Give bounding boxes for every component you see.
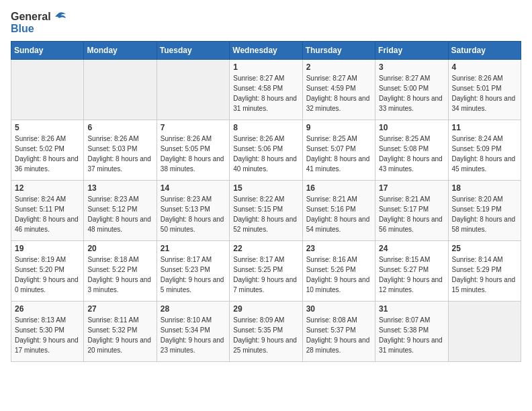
day-number: 16 <box>306 183 371 193</box>
day-info: Sunrise: 8:08 AMSunset: 5:37 PMDaylight:… <box>306 315 371 355</box>
day-info: Sunrise: 8:16 AMSunset: 5:26 PMDaylight:… <box>306 255 371 295</box>
calendar-cell: 25 Sunrise: 8:14 AMSunset: 5:29 PMDaylig… <box>448 241 521 302</box>
day-info: Sunrise: 8:24 AMSunset: 5:11 PMDaylight:… <box>15 194 80 234</box>
calendar-week-5: 26 Sunrise: 8:13 AMSunset: 5:30 PMDaylig… <box>11 302 521 362</box>
day-number: 22 <box>233 244 298 253</box>
calendar-cell: 31 Sunrise: 8:07 AMSunset: 5:38 PMDaylig… <box>375 302 448 362</box>
day-info: Sunrise: 8:07 AMSunset: 5:38 PMDaylight:… <box>379 315 444 355</box>
day-number: 4 <box>452 62 517 72</box>
day-info: Sunrise: 8:17 AMSunset: 5:23 PMDaylight:… <box>161 255 226 295</box>
day-number: 31 <box>379 304 444 314</box>
calendar-cell: 28 Sunrise: 8:10 AMSunset: 5:34 PMDaylig… <box>157 302 229 362</box>
calendar-cell <box>84 60 157 120</box>
day-info: Sunrise: 8:27 AMSunset: 4:59 PMDaylight:… <box>306 73 371 113</box>
calendar-cell: 11 Sunrise: 8:24 AMSunset: 5:09 PMDaylig… <box>448 120 521 181</box>
weekday-header-saturday: Saturday <box>448 42 521 60</box>
calendar-cell: 24 Sunrise: 8:15 AMSunset: 5:27 PMDaylig… <box>375 241 448 302</box>
day-info: Sunrise: 8:27 AMSunset: 5:00 PMDaylight:… <box>379 73 444 113</box>
calendar-cell: 21 Sunrise: 8:17 AMSunset: 5:23 PMDaylig… <box>157 241 229 302</box>
day-info: Sunrise: 8:23 AMSunset: 5:12 PMDaylight:… <box>87 194 152 234</box>
calendar-week-3: 12 Sunrise: 8:24 AMSunset: 5:11 PMDaylig… <box>11 181 521 241</box>
calendar-cell: 10 Sunrise: 8:25 AMSunset: 5:08 PMDaylig… <box>375 120 448 181</box>
calendar-cell: 19 Sunrise: 8:19 AMSunset: 5:20 PMDaylig… <box>11 241 84 302</box>
calendar-cell: 8 Sunrise: 8:26 AMSunset: 5:06 PMDayligh… <box>230 120 302 181</box>
day-number: 14 <box>161 183 226 193</box>
day-info: Sunrise: 8:22 AMSunset: 5:15 PMDaylight:… <box>233 194 298 234</box>
calendar-week-4: 19 Sunrise: 8:19 AMSunset: 5:20 PMDaylig… <box>11 241 521 302</box>
weekday-header-wednesday: Wednesday <box>230 42 302 60</box>
calendar-cell <box>11 60 84 120</box>
logo-general-text: General <box>11 11 51 23</box>
day-number: 15 <box>233 183 298 193</box>
calendar-cell: 14 Sunrise: 8:23 AMSunset: 5:13 PMDaylig… <box>157 181 229 241</box>
day-number: 30 <box>306 304 371 314</box>
calendar-cell: 1 Sunrise: 8:27 AMSunset: 4:58 PMDayligh… <box>230 60 302 120</box>
day-number: 20 <box>87 244 152 253</box>
day-number: 21 <box>161 244 226 253</box>
day-number: 7 <box>161 123 226 132</box>
day-number: 25 <box>452 244 517 253</box>
calendar-cell: 23 Sunrise: 8:16 AMSunset: 5:26 PMDaylig… <box>302 241 375 302</box>
day-info: Sunrise: 8:19 AMSunset: 5:20 PMDaylight:… <box>15 255 80 295</box>
calendar-cell: 3 Sunrise: 8:27 AMSunset: 5:00 PMDayligh… <box>375 60 448 120</box>
day-number: 13 <box>87 183 152 193</box>
weekday-header-row: SundayMondayTuesdayWednesdayThursdayFrid… <box>11 42 521 60</box>
day-number: 11 <box>452 123 517 132</box>
calendar-week-1: 1 Sunrise: 8:27 AMSunset: 4:58 PMDayligh… <box>11 60 521 120</box>
day-info: Sunrise: 8:25 AMSunset: 5:07 PMDaylight:… <box>306 134 371 174</box>
day-info: Sunrise: 8:25 AMSunset: 5:08 PMDaylight:… <box>379 134 444 174</box>
calendar-cell: 5 Sunrise: 8:26 AMSunset: 5:02 PMDayligh… <box>11 120 84 181</box>
weekday-header-thursday: Thursday <box>302 42 375 60</box>
calendar-cell: 9 Sunrise: 8:25 AMSunset: 5:07 PMDayligh… <box>302 120 375 181</box>
calendar-cell: 30 Sunrise: 8:08 AMSunset: 5:37 PMDaylig… <box>302 302 375 362</box>
day-info: Sunrise: 8:10 AMSunset: 5:34 PMDaylight:… <box>161 315 226 355</box>
day-info: Sunrise: 8:13 AMSunset: 5:30 PMDaylight:… <box>15 315 80 355</box>
calendar-cell: 22 Sunrise: 8:17 AMSunset: 5:25 PMDaylig… <box>230 241 302 302</box>
logo-bird-icon <box>52 11 66 22</box>
day-number: 8 <box>233 123 298 132</box>
calendar-cell: 4 Sunrise: 8:26 AMSunset: 5:01 PMDayligh… <box>448 60 521 120</box>
day-info: Sunrise: 8:18 AMSunset: 5:22 PMDaylight:… <box>87 255 152 295</box>
day-info: Sunrise: 8:26 AMSunset: 5:01 PMDaylight:… <box>452 73 517 113</box>
day-number: 28 <box>161 304 226 314</box>
weekday-header-friday: Friday <box>375 42 448 60</box>
calendar-cell <box>448 302 521 362</box>
day-number: 23 <box>306 244 371 253</box>
day-info: Sunrise: 8:09 AMSunset: 5:35 PMDaylight:… <box>233 315 298 355</box>
calendar-table: SundayMondayTuesdayWednesdayThursdayFrid… <box>11 41 521 362</box>
day-number: 26 <box>15 304 80 314</box>
weekday-header-sunday: Sunday <box>11 42 84 60</box>
day-info: Sunrise: 8:11 AMSunset: 5:32 PMDaylight:… <box>87 315 152 355</box>
calendar-cell: 2 Sunrise: 8:27 AMSunset: 4:59 PMDayligh… <box>302 60 375 120</box>
day-info: Sunrise: 8:26 AMSunset: 5:02 PMDaylight:… <box>15 134 80 174</box>
day-number: 17 <box>379 183 444 193</box>
calendar-cell: 12 Sunrise: 8:24 AMSunset: 5:11 PMDaylig… <box>11 181 84 241</box>
calendar-cell: 6 Sunrise: 8:26 AMSunset: 5:03 PMDayligh… <box>84 120 157 181</box>
calendar-cell <box>157 60 229 120</box>
calendar-cell: 15 Sunrise: 8:22 AMSunset: 5:15 PMDaylig… <box>230 181 302 241</box>
calendar-cell: 29 Sunrise: 8:09 AMSunset: 5:35 PMDaylig… <box>230 302 302 362</box>
day-info: Sunrise: 8:14 AMSunset: 5:29 PMDaylight:… <box>452 255 517 295</box>
day-info: Sunrise: 8:27 AMSunset: 4:58 PMDaylight:… <box>233 73 298 113</box>
day-number: 19 <box>15 244 80 253</box>
day-number: 3 <box>379 62 444 72</box>
calendar-cell: 17 Sunrise: 8:21 AMSunset: 5:17 PMDaylig… <box>375 181 448 241</box>
day-info: Sunrise: 8:21 AMSunset: 5:17 PMDaylight:… <box>379 194 444 234</box>
day-info: Sunrise: 8:17 AMSunset: 5:25 PMDaylight:… <box>233 255 298 295</box>
day-number: 9 <box>306 123 371 132</box>
day-number: 2 <box>306 62 371 72</box>
day-info: Sunrise: 8:20 AMSunset: 5:19 PMDaylight:… <box>452 194 517 234</box>
day-info: Sunrise: 8:15 AMSunset: 5:27 PMDaylight:… <box>379 255 444 295</box>
day-number: 24 <box>379 244 444 253</box>
calendar-cell: 27 Sunrise: 8:11 AMSunset: 5:32 PMDaylig… <box>84 302 157 362</box>
logo-graphic: General Blue <box>11 11 66 34</box>
day-number: 1 <box>233 62 298 72</box>
day-info: Sunrise: 8:26 AMSunset: 5:05 PMDaylight:… <box>161 134 226 174</box>
day-number: 6 <box>87 123 152 132</box>
day-number: 29 <box>233 304 298 314</box>
calendar-cell: 13 Sunrise: 8:23 AMSunset: 5:12 PMDaylig… <box>84 181 157 241</box>
calendar-cell: 18 Sunrise: 8:20 AMSunset: 5:19 PMDaylig… <box>448 181 521 241</box>
calendar-week-2: 5 Sunrise: 8:26 AMSunset: 5:02 PMDayligh… <box>11 120 521 181</box>
day-number: 27 <box>87 304 152 314</box>
day-info: Sunrise: 8:24 AMSunset: 5:09 PMDaylight:… <box>452 134 517 174</box>
